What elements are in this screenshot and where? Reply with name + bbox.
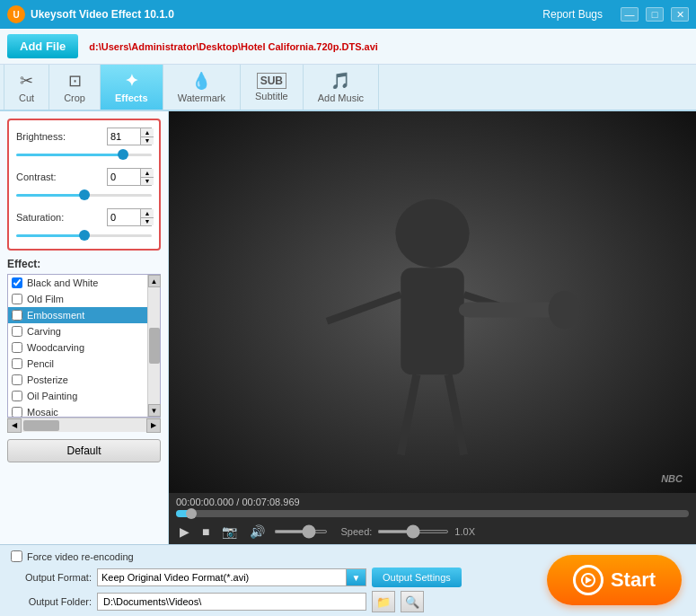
output-settings-button[interactable]: Output Settings (372, 568, 462, 587)
play-button[interactable]: ▶ (176, 523, 193, 541)
effect-list-scrollbar[interactable]: ▲ ▼ (147, 275, 160, 417)
brightness-down-button[interactable]: ▼ (141, 137, 154, 145)
video-controls: 00:00:00.000 / 00:07:08.969 ▶ ■ 📷 🔊 Spee… (169, 493, 696, 544)
brightness-up-button[interactable]: ▲ (141, 128, 154, 137)
brightness-slider[interactable] (16, 154, 152, 156)
contrast-down-button[interactable]: ▼ (141, 178, 154, 186)
progress-thumb[interactable] (186, 508, 197, 519)
nbc-logo: NBC (661, 473, 683, 484)
audio-button[interactable]: 🔊 (246, 523, 269, 541)
effect-label-black-white: Black and White (27, 277, 98, 288)
stop-button[interactable]: ■ (198, 523, 213, 541)
tab-cut[interactable]: ✂ Cut (4, 65, 49, 110)
add-music-icon: 🎵 (330, 71, 350, 91)
effect-label: Effect: (7, 258, 161, 270)
saturation-up-button[interactable]: ▲ (141, 209, 154, 218)
contrast-slider[interactable] (16, 194, 152, 197)
window-controls: — □ ✕ (621, 7, 689, 22)
effect-item-black-white[interactable]: Black and White (8, 275, 147, 291)
total-time: 00:07:08.969 (242, 497, 299, 507)
effect-item-carving[interactable]: Carving (8, 323, 147, 339)
effect-checkbox-pencil[interactable] (12, 358, 22, 369)
output-format-select[interactable]: Keep Original Video Format(*.avi) (97, 568, 347, 586)
brightness-input[interactable] (108, 131, 140, 142)
tab-add-music-label: Add Music (318, 92, 364, 103)
close-button[interactable]: ✕ (671, 7, 689, 22)
app-title: Ukeysoft Video Effect 10.1.0 (31, 8, 542, 21)
format-select-wrapper: Keep Original Video Format(*.avi) ▼ (97, 568, 366, 586)
default-button[interactable]: Default (7, 439, 161, 462)
current-time: 00:00:00.000 (176, 497, 233, 507)
effect-item-pencil[interactable]: Pencil (8, 356, 147, 372)
saturation-input[interactable] (108, 212, 140, 223)
tab-crop[interactable]: ⊡ Crop (49, 65, 101, 110)
effect-item-posterize[interactable]: Posterize (8, 372, 147, 388)
maximize-button[interactable]: □ (646, 7, 664, 22)
effect-checkbox-mosaic[interactable] (12, 407, 22, 417)
saturation-slider[interactable] (16, 234, 152, 237)
effect-item-mosaic[interactable]: Mosaic (8, 404, 147, 417)
brightness-row: Brightness: ▲ ▼ (16, 128, 152, 161)
start-button[interactable]: Start (547, 555, 682, 605)
re-encode-checkbox[interactable] (11, 550, 22, 562)
video-panel: NBC 00:00:00.000 / 00:07:08.969 ▶ ■ 📷 🔊 … (169, 111, 696, 544)
effect-list-h-scrollbar: ◀ ▶ (7, 418, 161, 432)
format-dropdown-button[interactable]: ▼ (347, 568, 366, 586)
output-folder-label: Output Folder: (11, 596, 92, 607)
add-file-button[interactable]: Add File (7, 34, 78, 58)
volume-slider[interactable] (274, 530, 328, 533)
saturation-label: Saturation: (16, 212, 64, 223)
search-folder-button[interactable]: 🔍 (401, 591, 424, 612)
effect-checkbox-posterize[interactable] (12, 374, 22, 385)
titlebar: U Ukeysoft Video Effect 10.1.0 Report Bu… (0, 0, 696, 29)
speed-slider[interactable] (377, 530, 449, 533)
contrast-input[interactable] (108, 172, 140, 182)
effect-checkbox-embossment[interactable] (12, 310, 22, 321)
watermark-icon: 💧 (191, 71, 211, 91)
contrast-spinners: ▲ ▼ (140, 169, 154, 185)
video-frame-svg (169, 111, 696, 493)
scroll-up-arrow[interactable]: ▲ (148, 275, 161, 287)
effect-list: Black and White Old Film Embossment Carv… (8, 275, 147, 417)
effect-item-oil-painting[interactable]: Oil Painting (8, 388, 147, 404)
contrast-up-button[interactable]: ▲ (141, 169, 154, 178)
effect-checkbox-oil-painting[interactable] (12, 391, 22, 401)
bottom-bar: Force video re-encoding Output Format: K… (0, 544, 696, 616)
filepath-text: :\Users\Administrator\Desktop\Hotel Cali… (95, 41, 378, 52)
subtitle-icon: SUB (257, 73, 286, 89)
scroll-down-arrow[interactable]: ▼ (148, 404, 161, 417)
effect-checkbox-black-white[interactable] (12, 277, 22, 288)
snapshot-button[interactable]: 📷 (218, 523, 241, 541)
saturation-down-button[interactable]: ▼ (141, 218, 154, 226)
tab-effects[interactable]: ✦ Effects (101, 65, 163, 110)
speed-value: 1.0X (454, 526, 475, 537)
output-folder-input[interactable] (97, 593, 366, 611)
tab-watermark[interactable]: 💧 Watermark (163, 65, 241, 110)
time-display: 00:00:00.000 / 00:07:08.969 (176, 497, 689, 507)
effect-item-embossment[interactable]: Embossment (8, 307, 147, 323)
saturation-value-box: ▲ ▼ (107, 208, 152, 226)
minimize-button[interactable]: — (621, 7, 639, 22)
tab-watermark-label: Watermark (178, 92, 225, 103)
scroll-thumb[interactable] (149, 328, 160, 364)
contrast-value-box: ▲ ▼ (107, 168, 152, 186)
tab-subtitle[interactable]: SUB Subtitle (241, 65, 304, 110)
open-folder-button[interactable]: 📁 (372, 591, 395, 612)
h-scroll-thumb-area[interactable] (22, 418, 146, 432)
effect-checkbox-woodcarving[interactable] (12, 342, 22, 353)
effect-checkbox-old-film[interactable] (12, 294, 22, 304)
effect-item-woodcarving[interactable]: Woodcarving (8, 339, 147, 356)
video-display: NBC (169, 111, 696, 493)
progress-bar[interactable] (176, 510, 689, 517)
tab-add-music[interactable]: 🎵 Add Music (304, 65, 379, 110)
effect-checkbox-carving[interactable] (12, 326, 22, 337)
effect-label-old-film: Old Film (27, 294, 64, 304)
h-scroll-thumb[interactable] (23, 420, 59, 431)
scroll-thumb-area[interactable] (148, 287, 160, 404)
h-scroll-left-arrow[interactable]: ◀ (7, 418, 22, 433)
effect-item-old-film[interactable]: Old Film (8, 291, 147, 307)
nav-tabs: ✂ Cut ⊡ Crop ✦ Effects 💧 Watermark SUB S… (0, 65, 696, 111)
h-scroll-right-arrow[interactable]: ▶ (146, 418, 161, 433)
report-bugs-link[interactable]: Report Bugs (542, 8, 603, 21)
svg-point-6 (549, 291, 580, 330)
